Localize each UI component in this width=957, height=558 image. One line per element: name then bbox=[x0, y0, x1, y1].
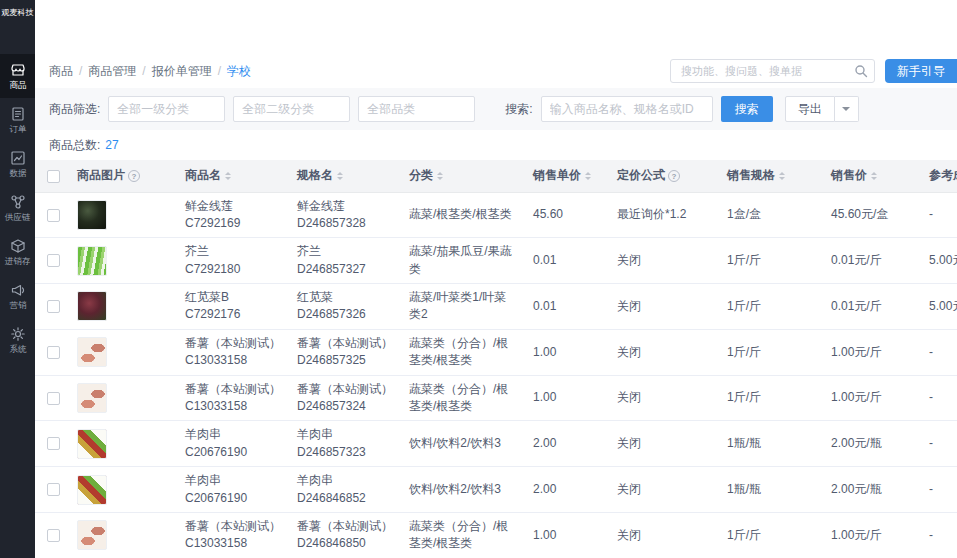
sale-spec-cell: 1瓶/瓶 bbox=[719, 467, 823, 513]
reference-cost-cell: - bbox=[921, 375, 957, 421]
breadcrumb-quotation-management[interactable]: 报价单管理 bbox=[136, 63, 211, 80]
col-unit-price: 销售单价 bbox=[533, 168, 581, 182]
table-row: 羊肉串 C20676190 羊肉串 D246846852 饮料/饮料2/饮料3 … bbox=[35, 467, 957, 513]
sort-icon[interactable] bbox=[437, 169, 443, 183]
sidebar-item-goods[interactable]: 商品 bbox=[0, 54, 35, 98]
unit-price-cell: 2.00 bbox=[525, 467, 609, 513]
breadcrumb-goods[interactable]: 商品 bbox=[49, 63, 73, 80]
total-count-value: 27 bbox=[105, 138, 118, 152]
category-cell: 蔬菜类（分合）/根茎类/根茎类 bbox=[401, 375, 525, 421]
spec-name: 红苋菜 bbox=[297, 289, 393, 306]
select-category-level-1[interactable]: 全部一级分类 bbox=[108, 96, 225, 122]
sidebar-item-inventory[interactable]: 进销存 bbox=[0, 230, 35, 274]
select-category-level-3[interactable]: 全部品类 bbox=[358, 96, 475, 122]
spec-code: D246846850 bbox=[297, 535, 393, 552]
sale-spec-cell: 1斤/斤 bbox=[719, 238, 823, 284]
sale-spec-cell: 1盒/盒 bbox=[719, 192, 823, 238]
product-name: 红苋菜B bbox=[185, 289, 281, 306]
global-search bbox=[670, 59, 875, 83]
product-search-input[interactable] bbox=[541, 96, 713, 122]
product-image bbox=[77, 475, 107, 505]
help-icon[interactable]: ? bbox=[128, 170, 140, 182]
select-category-level-2[interactable]: 全部二级分类 bbox=[233, 96, 350, 122]
spec-name: 芥兰 bbox=[297, 243, 393, 260]
global-search-input[interactable] bbox=[670, 59, 875, 83]
row-checkbox[interactable] bbox=[47, 300, 60, 313]
spec-code: D246846852 bbox=[297, 490, 393, 507]
row-checkbox[interactable] bbox=[47, 437, 60, 450]
system-icon bbox=[10, 326, 26, 342]
sidebar: 观麦科技 商品 订单 数据 供应链 进销存 bbox=[0, 0, 35, 558]
spec-code: D246857323 bbox=[297, 444, 393, 461]
sidebar-nav: 商品 订单 数据 供应链 进销存 营销 bbox=[0, 54, 35, 362]
row-checkbox[interactable] bbox=[47, 209, 60, 222]
spec-code: D246857326 bbox=[297, 306, 393, 323]
unit-price-cell: 0.01 bbox=[525, 238, 609, 284]
table-body: 鲜金线莲 C7292169 鲜金线莲 D246857328 蔬菜/根茎类/根茎类… bbox=[35, 192, 957, 558]
search-icon[interactable] bbox=[854, 64, 868, 78]
sort-icon[interactable] bbox=[585, 169, 591, 183]
product-image bbox=[77, 291, 107, 321]
sale-spec-cell: 1斤/斤 bbox=[719, 512, 823, 558]
beginner-guide-button[interactable]: 新手引导 bbox=[885, 59, 957, 83]
unit-price-cell: 1.00 bbox=[525, 329, 609, 375]
sale-price-cell: 2.00元/瓶 bbox=[823, 467, 921, 513]
search-button[interactable]: 搜索 bbox=[721, 96, 773, 122]
product-table: 商品图片? 商品名 规格名 分类 销售单价 定价公式? 销售规格 销售价 参考成… bbox=[35, 160, 957, 558]
product-image bbox=[77, 200, 107, 230]
goods-icon bbox=[10, 62, 26, 78]
total-count-label: 商品总数: bbox=[49, 137, 100, 154]
table-row: 番薯（本站测试） C13033158 番薯（本站测试） D246846850 蔬… bbox=[35, 512, 957, 558]
row-checkbox[interactable] bbox=[47, 254, 60, 267]
sale-price-cell: 1.00元/斤 bbox=[823, 512, 921, 558]
sale-price-cell: 1.00元/斤 bbox=[823, 375, 921, 421]
select-all-checkbox[interactable] bbox=[47, 170, 60, 183]
filter-panel: 商品筛选: 全部一级分类 全部二级分类 全部品类 搜索: 搜索 导出 bbox=[35, 88, 957, 130]
category-cell: 蔬菜/根茎类/根茎类 bbox=[401, 192, 525, 238]
sidebar-item-orders[interactable]: 订单 bbox=[0, 98, 35, 142]
main-content: 商品 商品管理 报价单管理 学校 新手引导 商品筛选: 全部一级分类 全部二级分… bbox=[35, 0, 957, 558]
export-button[interactable]: 导出 bbox=[785, 96, 835, 122]
marketing-icon bbox=[10, 282, 26, 298]
row-checkbox[interactable] bbox=[47, 529, 60, 542]
spec-name: 鲜金线莲 bbox=[297, 198, 393, 215]
page: 观麦科技 商品 订单 数据 供应链 进销存 bbox=[0, 0, 957, 558]
sidebar-item-supply-chain[interactable]: 供应链 bbox=[0, 186, 35, 230]
app-logo: 观麦科技 bbox=[0, 0, 35, 18]
sidebar-item-data[interactable]: 数据 bbox=[0, 142, 35, 186]
sort-icon[interactable] bbox=[337, 169, 343, 183]
inventory-icon bbox=[10, 238, 26, 254]
breadcrumb-goods-management[interactable]: 商品管理 bbox=[73, 63, 136, 80]
product-image bbox=[77, 383, 107, 413]
sort-icon[interactable] bbox=[779, 169, 785, 183]
category-cell: 饮料/饮料2/饮料3 bbox=[401, 421, 525, 467]
sale-price-cell: 0.01元/斤 bbox=[823, 284, 921, 330]
sidebar-item-system[interactable]: 系统 bbox=[0, 318, 35, 362]
sort-icon[interactable] bbox=[871, 169, 877, 183]
row-checkbox[interactable] bbox=[47, 483, 60, 496]
chevron-down-icon bbox=[842, 107, 850, 115]
col-pricing-formula: 定价公式 bbox=[617, 168, 665, 182]
spec-code: D246857327 bbox=[297, 261, 393, 278]
row-checkbox[interactable] bbox=[47, 392, 60, 405]
orders-icon bbox=[10, 106, 26, 122]
breadcrumb-school[interactable]: 学校 bbox=[212, 63, 251, 80]
product-code: C20676190 bbox=[185, 444, 281, 461]
help-icon[interactable]: ? bbox=[668, 170, 680, 182]
unit-price-cell: 2.00 bbox=[525, 421, 609, 467]
table-row: 羊肉串 C20676190 羊肉串 D246857323 饮料/饮料2/饮料3 … bbox=[35, 421, 957, 467]
category-cell: 蔬菜/叶菜类1/叶菜类2 bbox=[401, 284, 525, 330]
sidebar-item-marketing[interactable]: 营销 bbox=[0, 274, 35, 318]
sort-icon[interactable] bbox=[225, 169, 231, 183]
table-row: 番薯（本站测试） C13033158 番薯（本站测试） D246857325 蔬… bbox=[35, 329, 957, 375]
pricing-formula-cell: 关闭 bbox=[609, 329, 719, 375]
export-dropdown-toggle[interactable] bbox=[835, 96, 859, 122]
product-code: C20676190 bbox=[185, 490, 281, 507]
row-checkbox[interactable] bbox=[47, 346, 60, 359]
reference-cost-cell: 5.00元 bbox=[921, 238, 957, 284]
product-name: 番薯（本站测试） bbox=[185, 518, 281, 535]
product-image bbox=[77, 246, 107, 276]
reference-cost-cell: 5.00元 bbox=[921, 284, 957, 330]
spec-name: 羊肉串 bbox=[297, 472, 393, 489]
product-code: C13033158 bbox=[185, 352, 281, 369]
